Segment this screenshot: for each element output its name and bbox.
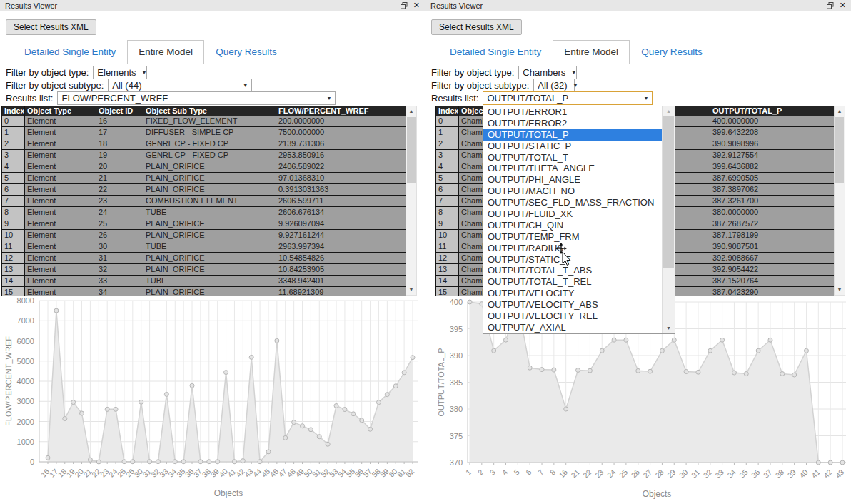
scrollbar-thumb[interactable] <box>835 117 844 183</box>
dropdown-option[interactable]: OUTPUT/MACH_NO <box>483 186 663 197</box>
tab-detailed-single-entity[interactable]: Detailed Single Entity <box>438 40 553 64</box>
table-cell: 13 <box>2 264 25 276</box>
tab-entire-model[interactable]: Entire Model <box>127 40 204 64</box>
table-scrollbar[interactable]: ▲ ▼ <box>406 106 417 296</box>
close-icon[interactable]: ✕ <box>840 1 846 9</box>
scroll-up-icon[interactable]: ▲ <box>663 106 675 116</box>
table-cell: GENRL CP - FIXED CP <box>143 138 276 150</box>
results-list-select[interactable]: OUTPUT/TOTAL_P ▼ <box>483 91 653 105</box>
dropdown-option[interactable]: OUTPUT/TOTAL_T <box>483 152 663 163</box>
tab-entire-model[interactable]: Entire Model <box>553 40 630 64</box>
dropdown-option[interactable]: OUTPUT/TOTAL_P <box>483 129 663 141</box>
table-row[interactable]: 1Element17DIFFUSER - SIMPLE CP7500.00000… <box>2 127 407 138</box>
table-row[interactable]: 3Element19GENRL CP - FIXED CP2953.850916 <box>2 150 407 161</box>
data-point <box>636 368 640 373</box>
x-tick-label: 29 <box>665 468 678 480</box>
column-header[interactable]: Index <box>436 106 459 116</box>
scrollbar-thumb[interactable] <box>663 116 674 268</box>
select-results-xml-button[interactable]: Select Results XML <box>431 19 522 35</box>
dropdown-option[interactable]: OUTPUT/STATIC_P <box>483 141 663 152</box>
float-window-icon[interactable] <box>401 2 408 9</box>
table-cell: 387.0423290 <box>710 287 835 296</box>
dropdown-option[interactable]: OUTPUT/VELOCITY <box>483 288 663 299</box>
table-row[interactable]: 11Element30TUBE2963.997394 <box>2 241 407 253</box>
dropdown-option[interactable]: OUTPUT/TOTAL_T_REL <box>483 276 663 288</box>
data-point <box>317 435 321 439</box>
scrollbar-thumb[interactable] <box>407 117 416 183</box>
object-type-select[interactable]: Chambers ▼ <box>518 66 577 79</box>
table-cell: 10 <box>436 230 459 241</box>
table-row[interactable]: 0Element16FIXED_FLOW_ELEMENT200.0000000 <box>2 116 407 127</box>
dropdown-scrollbar[interactable]: ▲ ▼ <box>662 106 675 333</box>
data-point <box>402 371 406 375</box>
scroll-down-icon[interactable]: ▼ <box>835 285 845 295</box>
panel-titlebar[interactable]: Results Viewer ✕ <box>0 0 425 11</box>
table-row[interactable]: 4Element20PLAIN_ORIFICE2406.589022 <box>2 161 407 173</box>
table-row[interactable]: 8Element24TUBE2606.676134 <box>2 207 407 218</box>
dropdown-option[interactable]: OUTPUT/CH_QIN <box>483 220 663 231</box>
float-window-icon[interactable] <box>827 2 834 9</box>
scroll-down-icon[interactable]: ▼ <box>663 323 675 333</box>
scroll-up-icon[interactable]: ▲ <box>835 106 845 116</box>
scroll-down-icon[interactable]: ▼ <box>406 285 416 295</box>
dropdown-option[interactable]: OUTPUT/VELOCITY_REL <box>483 311 663 322</box>
select-results-xml-button[interactable]: Select Results XML <box>6 19 96 35</box>
table-scrollbar[interactable]: ▲ ▼ <box>834 106 845 296</box>
table-row[interactable]: 6Element22PLAIN_ORIFICE0.3913031363 <box>2 184 407 196</box>
filter-subtype-label: Filter by object subtype: <box>6 80 104 91</box>
dropdown-option[interactable]: OUTPUT/THETA_ANGLE <box>483 163 663 174</box>
column-header[interactable]: Object Sub Type <box>143 106 276 116</box>
dropdown-option[interactable]: OUTPUT/FLUID_XK <box>483 208 663 220</box>
dropdown-option[interactable]: OUTPUT/SEC_FLD_MASS_FRACTION <box>483 197 663 208</box>
dropdown-option[interactable]: OUTPUT/PHI_ANGLE <box>483 174 663 186</box>
table-row[interactable]: 2Element18GENRL CP - FIXED CP2139.731306 <box>2 138 407 150</box>
table-row[interactable]: 14Element33TUBE3348.942401 <box>2 276 407 287</box>
results-list-row: Results list: FLOW/PERCENT_WREF ▼ <box>6 91 336 105</box>
panel-titlebar[interactable]: Results Viewer ✕ <box>426 0 851 11</box>
data-point <box>122 460 126 464</box>
table-cell: 380.0000000 <box>710 207 835 218</box>
data-point <box>343 408 347 412</box>
table-cell: Element <box>25 184 96 196</box>
column-header[interactable]: Object ID <box>96 106 143 116</box>
dropdown-option[interactable]: OUTPUT/VELOCITY_ABS <box>483 299 663 311</box>
dropdown-option[interactable]: OUTPUT/V_AXIAL <box>483 322 663 333</box>
table-row[interactable]: 15Element34PLAIN_ORIFICE11.68921309 <box>2 287 407 296</box>
table-row[interactable]: 12Element31PLAIN_ORIFICE10.54854826 <box>2 253 407 264</box>
table-cell: 15 <box>436 287 459 296</box>
object-type-select[interactable]: Elements ▼ <box>93 66 147 79</box>
column-header[interactable]: OUTPUT/TOTAL_P <box>710 106 835 116</box>
object-subtype-select[interactable]: All (44) ▼ <box>108 79 252 92</box>
dropdown-option[interactable]: OUTPUT/ERROR1 <box>483 106 663 118</box>
column-header[interactable]: Index <box>2 106 25 116</box>
dropdown-option[interactable]: OUTPUT/TEMP_FRM <box>483 231 663 243</box>
object-subtype-select[interactable]: All (32) ▼ <box>533 79 575 92</box>
dropdown-option[interactable]: OUTPUT/ERROR2 <box>483 118 663 129</box>
data-point <box>54 308 59 313</box>
table-row[interactable]: 13Element32PLAIN_ORIFICE10.84253905 <box>2 264 407 276</box>
table-cell: Element <box>25 264 96 276</box>
table-cell: 9.927161244 <box>276 230 406 241</box>
table-row[interactable]: 9Element25PLAIN_ORIFICE9.926097094 <box>2 218 407 230</box>
y-tick-label: 395 <box>450 325 463 333</box>
table-row[interactable]: 7Element23COMBUSTION ELEMENT2606.599711 <box>2 196 407 207</box>
table-cell: 33 <box>96 276 143 287</box>
column-header[interactable]: Object Type <box>25 106 96 116</box>
table-cell: 12 <box>2 253 25 264</box>
close-icon[interactable]: ✕ <box>413 1 420 9</box>
tab-detailed-single-entity[interactable]: Detailed Single Entity <box>13 40 127 64</box>
column-header[interactable]: FLOW/PERCENT_WREF <box>276 106 406 116</box>
table-row[interactable]: 10Element26PLAIN_ORIFICE9.927161244 <box>2 230 407 241</box>
data-point <box>114 407 118 411</box>
chevron-down-icon: ▼ <box>644 96 649 101</box>
data-point <box>334 403 338 408</box>
tab-query-results[interactable]: Query Results <box>630 40 714 64</box>
data-point <box>720 338 725 342</box>
scroll-up-icon[interactable]: ▲ <box>406 106 416 116</box>
results-list-select[interactable]: FLOW/PERCENT_WREF ▼ <box>57 91 336 105</box>
tab-query-results[interactable]: Query Results <box>204 40 288 64</box>
table-cell: 387.3261700 <box>710 196 835 207</box>
table-row[interactable]: 5Element21PLAIN_ORIFICE97.01368310 <box>2 173 407 184</box>
table-cell: Element <box>25 207 96 218</box>
data-point <box>816 460 820 465</box>
